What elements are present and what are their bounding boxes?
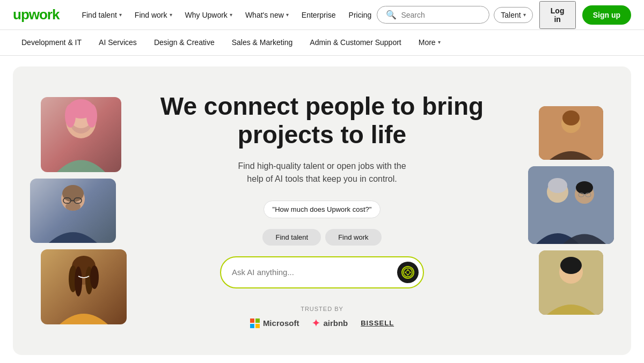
svg-rect-27 [528, 166, 614, 244]
cat-development[interactable]: Development & IT [13, 31, 90, 55]
nav-enterprise[interactable]: Enterprise [296, 6, 341, 24]
microsoft-logo: Microsoft [250, 318, 299, 328]
hero-chip-0[interactable]: "How much does Upwork cost?" [264, 201, 381, 218]
hero-title: We connect people to bring projects to l… [143, 92, 501, 149]
trusted-section: TRUSTED BY Microsoft ✦ airbnb BISS [143, 306, 501, 329]
top-nav-links: Find talent ▾ Find work ▾ Why Upwork ▾ W… [76, 6, 377, 24]
search-icon: 🔍 [386, 10, 397, 20]
upwork-logo[interactable]: upwork [13, 6, 59, 23]
trusted-logos: Microsoft ✦ airbnb BISSELL [143, 317, 501, 329]
hero-photo-5 [528, 166, 614, 244]
chevron-down-icon: ▾ [170, 12, 172, 18]
hero-photo-4 [539, 106, 603, 160]
cat-more[interactable]: More ▾ [410, 31, 449, 55]
top-navigation: upwork Find talent ▾ Find work ▾ Why Upw… [0, 0, 644, 30]
nav-pricing[interactable]: Pricing [343, 6, 377, 24]
svg-point-29 [548, 178, 567, 193]
svg-point-21 [407, 274, 409, 276]
hero-right-photos [523, 106, 614, 315]
tab-find-work[interactable]: Find work [325, 229, 381, 246]
talent-dropdown[interactable]: Talent ▾ [494, 7, 532, 23]
svg-point-23 [409, 271, 411, 273]
hero-left-photos [30, 97, 121, 324]
logo-text: upwork [13, 6, 59, 23]
hero-ai-search-input[interactable] [232, 268, 397, 277]
hero-search-button[interactable] [397, 262, 419, 283]
tab-find-talent[interactable]: Find talent [262, 229, 321, 246]
svg-point-19 [406, 270, 409, 274]
svg-point-15 [75, 266, 82, 297]
hero-subtitle: Find high-quality talent or open jobs wi… [143, 160, 501, 186]
bissell-logo: BISSELL [361, 319, 394, 327]
nav-find-work[interactable]: Find work ▾ [129, 6, 178, 24]
svg-point-17 [90, 265, 99, 289]
cat-sales[interactable]: Sales & Marketing [223, 31, 302, 55]
chevron-down-icon: ▾ [523, 12, 526, 18]
hero-center: We connect people to bring projects to l… [121, 92, 523, 329]
hero-photo-2 [30, 179, 116, 243]
hero-photo-3 [41, 249, 127, 324]
nav-find-talent[interactable]: Find talent ▾ [76, 6, 127, 24]
hero-photo-1 [41, 97, 121, 172]
airbnb-icon: ✦ [312, 317, 320, 329]
hero-photo-6 [539, 250, 603, 315]
hero-section: We connect people to bring projects to l… [13, 66, 631, 355]
cat-admin[interactable]: Admin & Customer Support [301, 31, 409, 55]
hero-chips: "How much does Upwork cost?" [143, 201, 501, 218]
nav-whats-new[interactable]: What's new ▾ [240, 6, 294, 24]
airbnb-logo: ✦ airbnb [312, 317, 348, 329]
ai-icon [401, 266, 414, 279]
microsoft-icon [250, 318, 260, 328]
chevron-down-icon: ▾ [286, 12, 289, 18]
svg-point-7 [62, 185, 84, 202]
svg-point-20 [407, 269, 409, 271]
nav-auth: Log in Sign up [539, 1, 631, 29]
chevron-down-icon: ▾ [119, 12, 122, 18]
svg-point-26 [562, 110, 580, 125]
svg-point-37 [560, 257, 582, 274]
search-bar[interactable]: 🔍 [377, 6, 489, 24]
cat-ai-services[interactable]: AI Services [90, 31, 145, 55]
search-input[interactable] [401, 11, 480, 19]
chevron-down-icon: ▾ [230, 12, 232, 18]
category-navigation: Development & IT AI Services Design & Cr… [0, 30, 644, 56]
svg-point-22 [405, 271, 406, 273]
svg-point-5 [86, 104, 97, 128]
login-button[interactable]: Log in [539, 1, 576, 29]
nav-why-upwork[interactable]: Why Upwork ▾ [180, 6, 238, 24]
svg-point-4 [65, 104, 76, 128]
chevron-down-icon: ▾ [438, 39, 441, 45]
hero-search-bar [220, 256, 424, 288]
trusted-label: TRUSTED BY [143, 306, 501, 312]
cat-design[interactable]: Design & Creative [145, 31, 223, 55]
svg-point-31 [576, 181, 593, 194]
signup-button[interactable]: Sign up [582, 5, 631, 25]
hero-tab-buttons: Find talent Find work [143, 229, 501, 246]
